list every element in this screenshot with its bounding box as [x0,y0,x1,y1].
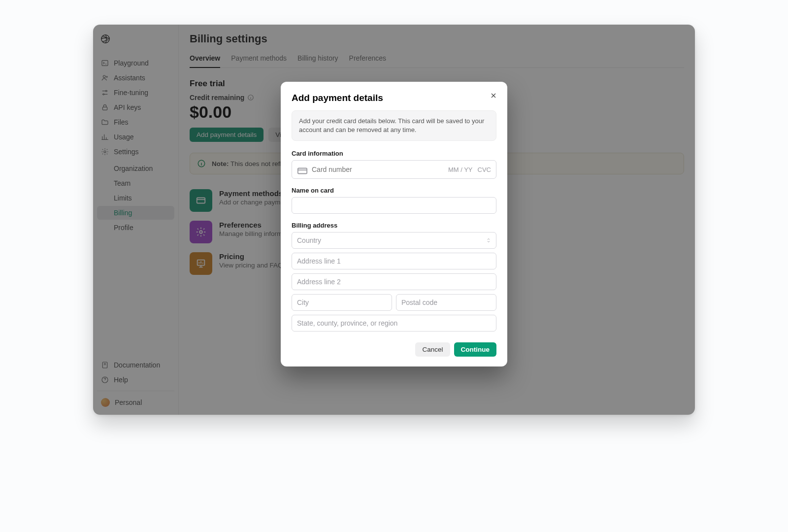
svg-rect-14 [298,168,307,174]
billing-address-label: Billing address [292,222,496,229]
close-icon [490,92,497,100]
card-information-group: Card information MM / YY CVC [292,150,496,179]
name-on-card-group: Name on card [292,187,496,214]
modal-title: Add payment details [292,93,496,103]
modal-actions: Cancel Continue [292,342,496,357]
postal-code-input[interactable] [396,294,496,311]
country-select-wrap [292,232,496,249]
state-input[interactable] [292,315,496,332]
name-on-card-input[interactable] [292,197,496,214]
city-input[interactable] [292,294,392,311]
card-expiry-hint: MM / YY [448,166,473,173]
modal-scrim[interactable]: Add payment details Add your credit card… [93,25,695,415]
card-meta-hints: MM / YY CVC [448,166,491,173]
card-information-label: Card information [292,150,496,157]
country-select[interactable] [292,232,496,249]
credit-card-icon [297,166,308,173]
close-button[interactable] [488,90,499,101]
billing-address-group: Billing address [292,222,496,332]
card-number-input[interactable] [312,161,444,178]
continue-button[interactable]: Continue [454,342,497,357]
app-window: Playground Assistants Fine-tuning API ke… [93,25,695,415]
card-number-field[interactable]: MM / YY CVC [292,160,496,179]
address-line-1-input[interactable] [292,253,496,269]
add-payment-modal: Add payment details Add your credit card… [281,82,507,366]
name-on-card-label: Name on card [292,187,496,194]
card-cvc-hint: CVC [478,166,491,173]
cancel-button[interactable]: Cancel [415,342,450,357]
modal-info-box: Add your credit card details below. This… [292,110,496,141]
address-line-2-input[interactable] [292,273,496,290]
